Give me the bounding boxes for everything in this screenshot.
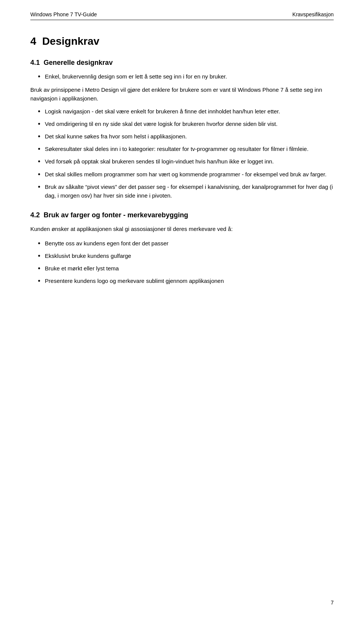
list-item: Det skal kunne søkes fra hvor som helst … bbox=[30, 132, 334, 141]
section-4-1-paragraph-1: Bruk av prinsippene i Metro Design vil g… bbox=[30, 85, 334, 103]
header-right: Kravspesifikasjon bbox=[292, 11, 334, 17]
chapter-title: 4 Designkrav bbox=[30, 35, 334, 47]
list-item: Søkeresultater skal deles inn i to kateg… bbox=[30, 144, 334, 154]
list-item: Det skal skilles mellom programmer som h… bbox=[30, 170, 334, 179]
list-item: Enkel, brukervennlig design som er lett … bbox=[30, 72, 334, 82]
section-4-1-title: 4.1 Generelle designkrav bbox=[30, 59, 334, 67]
header-left: Windows Phone 7 TV-Guide bbox=[30, 11, 97, 17]
section-4-2-bullet-list: Benytte oss av kundens egen font der det… bbox=[30, 239, 334, 286]
page-container: Windows Phone 7 TV-Guide Kravspesifikasj… bbox=[0, 0, 364, 617]
list-item: Presentere kundens logo og merkevare sub… bbox=[30, 276, 334, 286]
list-item: Bruk av såkalte “pivot views” der det pa… bbox=[30, 182, 334, 200]
list-item: Benytte oss av kundens egen font der det… bbox=[30, 239, 334, 248]
section-4-1-intro-bullet-list: Enkel, brukervennlig design som er lett … bbox=[30, 72, 334, 82]
list-item: Eksklusivt bruke kundens gulfarge bbox=[30, 251, 334, 261]
section-4-1-bullet-list: Logisk navigasjon - det skal være enkelt… bbox=[30, 107, 334, 200]
list-item: Logisk navigasjon - det skal være enkelt… bbox=[30, 107, 334, 116]
section-4-2-intro: Kunden ønsker at applikasjonen skal gi a… bbox=[30, 225, 334, 233]
list-item: Bruke et mørkt eller lyst tema bbox=[30, 264, 334, 273]
list-item: Ved forsøk på opptak skal brukeren sende… bbox=[30, 157, 334, 166]
section-4-2-title: 4.2 Bruk av farger og fonter - merkevare… bbox=[30, 211, 334, 219]
page-header: Windows Phone 7 TV-Guide Kravspesifikasj… bbox=[30, 11, 334, 20]
list-item: Ved omdirigering til en ny side skal det… bbox=[30, 119, 334, 129]
page-number: 7 bbox=[331, 600, 334, 606]
